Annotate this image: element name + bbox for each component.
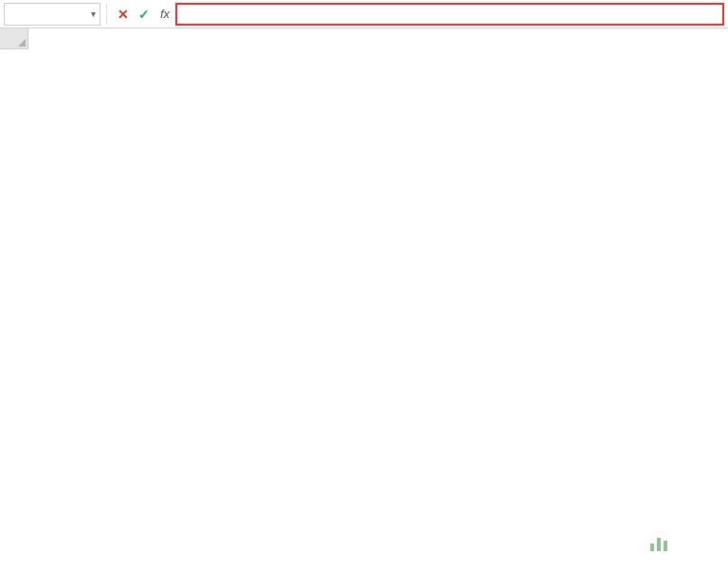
insert-function-button[interactable]: fx xyxy=(155,3,175,26)
formula-bar: ▾ ✕ ✓ fx xyxy=(0,0,728,28)
name-box[interactable]: ▾ xyxy=(4,3,100,26)
name-box-dropdown-icon[interactable]: ▾ xyxy=(91,9,96,19)
formula-input[interactable] xyxy=(175,3,724,26)
enter-button[interactable]: ✓ xyxy=(134,3,155,26)
cancel-button[interactable]: ✕ xyxy=(113,3,134,26)
divider xyxy=(106,4,107,25)
